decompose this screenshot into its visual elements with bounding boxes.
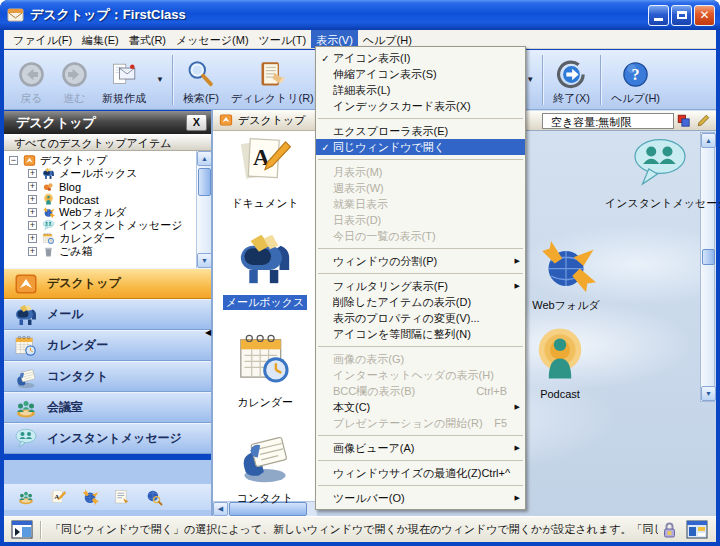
mid-icon-label: カレンダー	[234, 395, 296, 410]
menu-item[interactable]: アイコンを等間隔に整列(N)	[316, 326, 525, 342]
tree-item[interactable]: +ごみ箱	[4, 245, 211, 258]
menubar-item-1[interactable]: 編集(E)	[77, 30, 124, 48]
mid-icon[interactable]: カレンダー	[220, 330, 310, 410]
scroll-down-icon[interactable]: ▼	[197, 253, 211, 268]
splitter-collapse-icon[interactable]: ◀	[205, 328, 211, 337]
document-icon[interactable]: A	[49, 488, 67, 506]
scroll-up-icon[interactable]: ▲	[197, 151, 211, 166]
sidebar-mini-toolbar: A	[4, 484, 211, 510]
sidebar-nav: デスクトップメールカレンダーコンタクト会議室インスタントメッセージ	[4, 268, 211, 454]
tree-item[interactable]: +カレンダー	[4, 232, 211, 245]
menu-item[interactable]: 削除したアイテムの表示(D)	[316, 294, 525, 310]
submenu-arrow-icon: ▶	[515, 403, 520, 411]
websearch-icon[interactable]	[145, 488, 163, 506]
webfolder-icon[interactable]	[81, 488, 99, 506]
help-icon: ?	[620, 59, 651, 91]
mailbox-icon	[42, 167, 55, 180]
directory-button[interactable]: ディレクトリ(R)	[225, 54, 320, 106]
menu-item[interactable]: 画像ビューア(A)▶	[316, 440, 525, 456]
expander-icon[interactable]: +	[28, 208, 37, 217]
sidebar-item-0[interactable]: デスクトップ	[4, 268, 211, 299]
menu-item[interactable]: インターネットヘッダの表示(H)	[316, 367, 525, 383]
contact-icon	[236, 470, 294, 487]
back-button[interactable]: 戻る	[10, 54, 53, 106]
mid-icon[interactable]: Aドキュメント	[220, 131, 310, 211]
menu-item[interactable]: 伸縮アイコン表示(S)	[316, 66, 525, 82]
status-layout-icon[interactable]	[686, 520, 708, 539]
close-button[interactable]: ✕	[694, 5, 715, 26]
new-message-dropdown-icon[interactable]: ▼	[152, 75, 168, 84]
expander-icon[interactable]: +	[28, 182, 37, 191]
status-bar: 「同じウィンドウで開く」の選択によって、新しいウィンドウで開くか現在のウィンドウ…	[4, 516, 716, 542]
sidebar-item-5[interactable]: インスタントメッセージ	[4, 423, 211, 454]
new-message-button[interactable]: 新規作成	[96, 54, 152, 106]
menubar-item-0[interactable]: ファイル(F)	[8, 30, 77, 48]
menubar-item-2[interactable]: 書式(R)	[124, 30, 171, 48]
sidebar-item-3[interactable]: コンタクト	[4, 361, 211, 392]
menu-item[interactable]: ツールバー(O)▶	[316, 490, 525, 506]
toolbar-separator	[600, 55, 601, 105]
menu-item[interactable]: 月表示(M)	[316, 164, 525, 180]
menu-item[interactable]: 画像の表示(G)	[316, 351, 525, 367]
maximize-button[interactable]	[671, 5, 692, 26]
expander-icon[interactable]: +	[28, 195, 37, 204]
search-button[interactable]: 検索(F)	[177, 54, 225, 106]
menu-item[interactable]: インデックスカード表示(X)	[316, 98, 525, 114]
mid-icon-label: メールボックス	[223, 295, 308, 310]
expander-icon[interactable]: +	[28, 247, 37, 256]
desktop-icon-item[interactable]: Webフォルダ	[511, 236, 621, 313]
menu-item[interactable]: ✓アイコン表示(I)	[316, 50, 525, 66]
panel-close-button[interactable]: X	[186, 114, 207, 131]
menu-item[interactable]: ウィンドウサイズの最適化(Z)Ctrl+^	[316, 465, 525, 481]
menu-separator	[318, 346, 523, 347]
expander-icon[interactable]: +	[28, 169, 37, 178]
scrollbar-thumb[interactable]	[702, 249, 715, 265]
forward-button[interactable]: 進む	[53, 54, 96, 106]
minimize-button[interactable]	[648, 5, 669, 26]
checkmark-icon: ✓	[318, 142, 333, 153]
mailbox-icon	[14, 303, 38, 327]
desktop-icon	[219, 113, 233, 127]
menubar-item-3[interactable]: メッセージ(M)	[171, 30, 254, 48]
expander-icon[interactable]: +	[28, 221, 37, 230]
menu-item[interactable]: 日表示(D)	[316, 212, 525, 228]
exit-button[interactable]: 終了(X)	[547, 54, 596, 106]
conference-icon[interactable]	[17, 488, 35, 506]
tree-item[interactable]: +Blog	[4, 180, 211, 193]
menu-item[interactable]: 今日の一覧の表示(T)	[316, 228, 525, 244]
menu-item[interactable]: BCC欄の表示(B)Ctrl+B	[316, 383, 525, 399]
tree-item[interactable]: +メールボックス	[4, 167, 211, 180]
sidebar-item-2[interactable]: カレンダー	[4, 330, 211, 361]
menu-item-label: 週表示(W)	[333, 181, 523, 196]
menubar-item-4[interactable]: ツール(T)	[254, 30, 312, 48]
expander-icon[interactable]: −	[9, 156, 18, 165]
menu-item[interactable]: 表示のプロパティの変更(V)...	[316, 310, 525, 326]
webfolder-icon	[511, 236, 621, 296]
menu-item[interactable]: 詳細表示(L)	[316, 82, 525, 98]
sidebar-item-1[interactable]: メール	[4, 299, 211, 330]
menu-item[interactable]: 週表示(W)	[316, 180, 525, 196]
layers-icon[interactable]	[677, 114, 690, 127]
menu-item[interactable]: ウィンドウの分割(P)▶	[316, 253, 525, 269]
vertical-scrollbar[interactable]: ▲▼	[196, 151, 211, 268]
expander-icon[interactable]: +	[28, 234, 37, 243]
menu-item[interactable]: 就業日表示	[316, 196, 525, 212]
mid-icon[interactable]: コンタクト	[220, 426, 310, 506]
menu-item[interactable]: プレゼンテーションの開始(R)F5	[316, 415, 525, 431]
menu-item[interactable]: フィルタリング表示(F)▶	[316, 278, 525, 294]
menu-item[interactable]: 本文(C)▶	[316, 399, 525, 415]
menu-separator	[318, 435, 523, 436]
mid-icon[interactable]: メールボックス	[220, 230, 310, 310]
menu-item-label: 同じウィンドウで開く	[333, 140, 523, 155]
sidebar-item-4[interactable]: 会議室	[4, 392, 211, 423]
sidebar-item-label: カレンダー	[47, 337, 108, 354]
pencil-icon[interactable]	[697, 114, 710, 127]
news-icon[interactable]	[113, 488, 131, 506]
menu-item[interactable]: ✓同じウィンドウで開く	[316, 139, 525, 155]
scrollbar-thumb[interactable]	[198, 168, 211, 196]
desktop-icon-item[interactable]: インスタントメッセージ	[605, 134, 715, 211]
scroll-down-icon[interactable]: ▼	[701, 386, 716, 401]
forward-icon	[59, 59, 90, 91]
menu-item[interactable]: エクスプローラ表示(E)	[316, 123, 525, 139]
help-button[interactable]: ? ヘルプ(H)	[605, 54, 666, 106]
